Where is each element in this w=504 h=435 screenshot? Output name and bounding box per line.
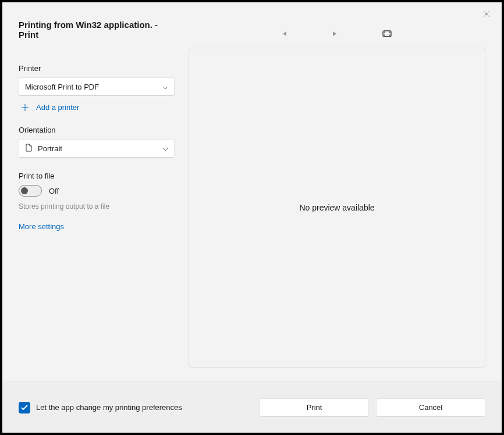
- footer-bar: Let the app change my printing preferenc…: [2, 381, 502, 433]
- print-to-file-field: Print to file Off Stores printing output…: [19, 172, 175, 211]
- preferences-checkbox[interactable]: [19, 402, 30, 413]
- fit-page-icon: [382, 30, 392, 37]
- more-settings-link[interactable]: More settings: [19, 222, 175, 231]
- print-button-label: Print: [307, 403, 322, 412]
- chevron-down-icon: [162, 83, 168, 91]
- preview-panel: No preview available: [189, 20, 485, 370]
- preview-next-button[interactable]: [332, 31, 337, 37]
- printer-field: Printer Microsoft Print to PDF Add a pri…: [19, 64, 175, 112]
- orientation-field: Orientation Portrait: [19, 126, 175, 158]
- print-to-file-row: Off: [19, 185, 175, 197]
- print-to-file-hint: Stores printing output to a file: [19, 202, 175, 211]
- settings-panel: Printing from Win32 application. - Print…: [19, 20, 175, 370]
- dialog-title: Printing from Win32 application. - Print: [19, 20, 175, 40]
- triangle-right-icon: [332, 31, 337, 37]
- chevron-down-icon: [162, 144, 168, 153]
- preview-message: No preview available: [299, 203, 374, 212]
- orientation-dropdown[interactable]: Portrait: [19, 139, 175, 158]
- preferences-checkbox-label: Let the app change my printing preferenc…: [36, 403, 182, 412]
- toggle-state-label: Off: [49, 187, 59, 195]
- portrait-icon: [25, 144, 32, 154]
- preview-prev-button[interactable]: [282, 31, 287, 37]
- close-button[interactable]: [482, 9, 491, 19]
- add-printer-link[interactable]: Add a printer: [19, 103, 175, 112]
- triangle-left-icon: [282, 31, 287, 37]
- preview-nav: [189, 20, 485, 48]
- add-printer-label: Add a printer: [36, 103, 79, 112]
- printer-label: Printer: [19, 64, 175, 73]
- printer-selected-value: Microsoft Print to PDF: [25, 83, 99, 91]
- toggle-knob: [21, 187, 28, 194]
- preview-area: No preview available: [189, 48, 485, 368]
- cancel-button-label: Cancel: [419, 403, 442, 412]
- preview-fit-button[interactable]: [382, 30, 392, 37]
- plus-icon: [21, 104, 29, 112]
- printer-dropdown[interactable]: Microsoft Print to PDF: [19, 77, 175, 96]
- close-icon: [483, 10, 490, 17]
- checkmark-icon: [21, 405, 28, 411]
- print-to-file-toggle[interactable]: [19, 185, 42, 197]
- footer-buttons: Print Cancel: [260, 398, 485, 417]
- print-button[interactable]: Print: [260, 398, 369, 417]
- print-dialog: Printing from Win32 application. - Print…: [2, 2, 502, 433]
- preferences-checkbox-row: Let the app change my printing preferenc…: [19, 402, 260, 413]
- print-to-file-label: Print to file: [19, 172, 175, 180]
- orientation-selected-value: Portrait: [38, 144, 62, 153]
- content-area: Printing from Win32 application. - Print…: [2, 2, 502, 381]
- cancel-button[interactable]: Cancel: [376, 398, 485, 417]
- orientation-label: Orientation: [19, 126, 175, 134]
